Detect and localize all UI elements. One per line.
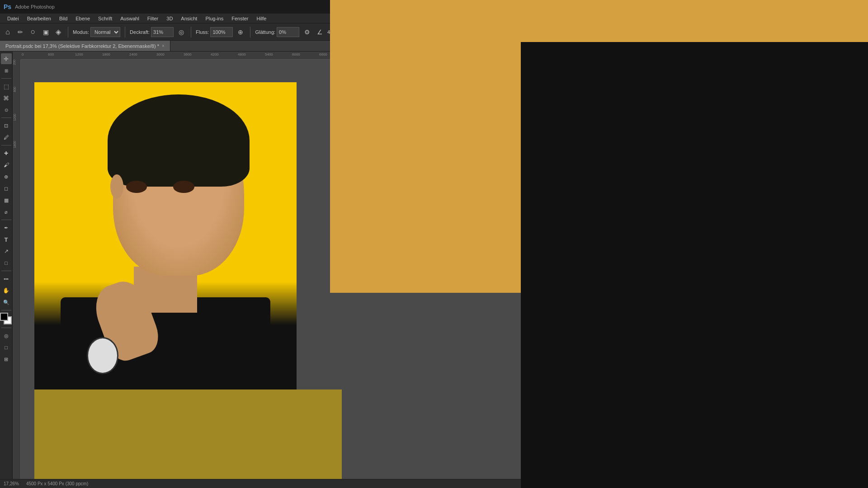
document-tab[interactable]: Portrait.psdc bei 17,3% (Selektive Farbk… <box>0 41 170 51</box>
settings-icon[interactable]: ⚙ <box>302 27 312 37</box>
gradient-tool[interactable]: ▦ <box>1 195 12 206</box>
crop-tool[interactable]: ⊡ <box>1 120 12 131</box>
menu-fenster[interactable]: Fenster <box>228 15 252 22</box>
modus-label: Modus: <box>73 29 89 35</box>
menu-schrift[interactable]: Schrift <box>94 15 116 22</box>
app-logo: Ps <box>4 3 11 10</box>
fluss-label: Fluss: <box>196 29 209 35</box>
fluss-input[interactable] <box>210 27 233 37</box>
layer-item-3[interactable]: 👁 ⊞ ▦ pexels-photo-1578531 Kopie <box>728 279 868 293</box>
layers-list: 👁 ⊞ ▦ Selektive Farbkorrektur 2 👁 ⊞ ▦ <box>728 235 868 466</box>
layers-panel: Ebenen Kanäle ≡ Art Art P A S T ▤ <box>728 192 868 479</box>
glaettung-input[interactable] <box>277 27 299 37</box>
extra-tools[interactable]: ••• <box>1 273 12 284</box>
stamp-tool[interactable]: ⊕ <box>1 171 12 182</box>
glaettung-label: Glättung: <box>255 29 275 35</box>
brush-category-icon[interactable]: ▣ <box>41 27 51 37</box>
text-tool[interactable]: T <box>1 234 12 245</box>
menu-3d[interactable]: 3D <box>163 15 176 22</box>
move-tool[interactable]: ✛ <box>1 53 12 64</box>
lasso-tool[interactable]: ⌘ <box>1 93 12 103</box>
close-tab-icon[interactable]: × <box>162 43 165 48</box>
quick-select-tool[interactable]: ⊙ <box>1 104 12 115</box>
shape-tool[interactable]: □ <box>1 258 12 268</box>
deckraft-label: Deckraft: <box>130 29 150 35</box>
menu-plugins[interactable]: Plug-ins <box>202 15 227 22</box>
menu-datei[interactable]: Datei <box>4 15 23 22</box>
blur-tool[interactable]: ⌀ <box>1 206 12 217</box>
menu-auswahl[interactable]: Auswahl <box>117 15 143 22</box>
color-selector[interactable] <box>0 313 13 325</box>
deckraft-icon[interactable]: ◎ <box>176 27 186 37</box>
layer-thumb-3 <box>758 280 770 292</box>
brush-options-icon[interactable]: ○ <box>28 27 38 37</box>
artboard-tool[interactable]: ⊞ <box>1 65 12 76</box>
canvas-image[interactable] <box>34 82 297 389</box>
foreground-color[interactable] <box>0 313 8 321</box>
app-title: Adobe Photoshop <box>15 4 54 9</box>
deckraft-input[interactable] <box>151 27 174 37</box>
ruler-vertical: 200 600 1200 1800 <box>13 60 21 479</box>
marquee-tool[interactable]: ⬚ <box>1 81 12 92</box>
ruler-corner <box>13 52 21 60</box>
hand-tool[interactable]: ✋ <box>1 285 12 296</box>
erase-toggle-icon[interactable]: ◈ <box>53 27 63 37</box>
zoom-level: 17,26% <box>4 481 19 486</box>
brush-tool-icon[interactable]: ✏ <box>15 27 25 37</box>
menu-hilfe[interactable]: Hilfe <box>253 15 270 22</box>
menu-bild[interactable]: Bild <box>56 15 71 22</box>
screen-mode-btn[interactable]: □ <box>1 342 12 353</box>
menu-filter[interactable]: Filter <box>144 15 162 22</box>
document-dimensions: 4500 Px x 5400 Px (300 ppcm) <box>26 481 88 486</box>
document-tab-label: Portrait.psdc bei 17,3% (Selektive Farbk… <box>5 43 159 49</box>
left-tools-panel: ✛ ⊞ ⬚ ⌘ ⊙ ⊡ 🖉 ✚ 🖌 ⊕ ◻ ▦ ⌀ ✒ T ↗ □ ••• ✋ … <box>0 52 13 479</box>
tool-home-icon[interactable]: ⌂ <box>3 27 13 37</box>
eraser-tool[interactable]: ◻ <box>1 183 12 194</box>
menu-bearbeiten[interactable]: Bearbeiten <box>24 15 55 22</box>
path-select-tool[interactable]: ↗ <box>1 246 12 257</box>
artboards-btn[interactable]: ⊞ <box>1 354 12 365</box>
quick-mask-btn[interactable]: ◎ <box>1 330 12 341</box>
fluss-icon[interactable]: ⊕ <box>236 27 245 37</box>
menu-ebene[interactable]: Ebene <box>72 15 94 22</box>
pen-tool[interactable]: ✒ <box>1 222 12 233</box>
modus-select[interactable]: Normal <box>90 27 120 37</box>
healing-tool[interactable]: ✚ <box>1 148 12 159</box>
brush-tool[interactable]: 🖌 <box>1 160 12 170</box>
zoom-tool[interactable]: 🔍 <box>1 297 12 308</box>
angle-icon[interactable]: ∠ <box>315 27 325 37</box>
menu-ansicht[interactable]: Ansicht <box>177 15 201 22</box>
eyedropper-tool[interactable]: 🖉 <box>1 132 12 143</box>
